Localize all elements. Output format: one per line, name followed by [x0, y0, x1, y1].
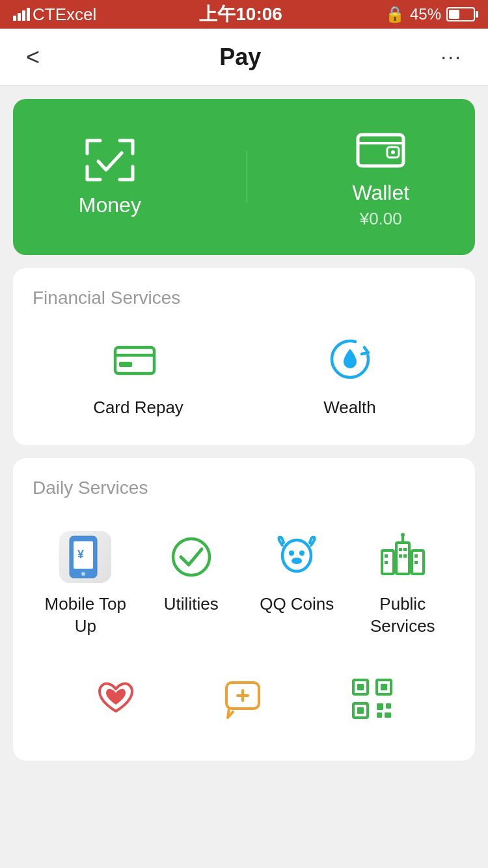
svg-point-12	[289, 550, 294, 556]
lock-icon: 🔒	[385, 5, 405, 23]
svg-rect-39	[377, 712, 382, 718]
svg-rect-40	[385, 712, 391, 718]
battery-percent: 45%	[410, 5, 441, 23]
svg-rect-18	[385, 554, 388, 558]
status-time: 上午10:06	[199, 2, 282, 27]
feedback-button[interactable]	[221, 676, 267, 722]
money-label: Money	[79, 193, 141, 217]
qq-coins-button[interactable]: QQ Coins	[244, 518, 350, 651]
bottom-row	[33, 650, 455, 735]
svg-rect-20	[399, 548, 402, 551]
svg-rect-25	[414, 561, 418, 564]
svg-rect-4	[119, 362, 132, 367]
financial-services-card: Financial Services Card Repay	[13, 268, 475, 445]
svg-point-11	[282, 540, 311, 571]
financial-services-title: Financial Services	[33, 288, 455, 308]
daily-services-grid: ¥ Mobile Top Up Utilities	[33, 518, 455, 651]
utilities-icon	[165, 531, 217, 583]
daily-services-card: Daily Services ¥ Mobile Top Up	[13, 458, 475, 761]
svg-text:¥: ¥	[77, 548, 84, 561]
card-repay-icon	[113, 334, 165, 387]
carrier-label: CTExcel	[33, 5, 96, 25]
public-services-button[interactable]: Public Services	[350, 518, 456, 651]
banner-divider	[247, 151, 247, 203]
svg-rect-23	[403, 554, 407, 558]
card-repay-button[interactable]: Card Repay	[33, 328, 244, 419]
qq-coins-label: QQ Coins	[260, 593, 334, 616]
svg-point-2	[391, 150, 395, 154]
charity-icon	[93, 676, 139, 722]
utilities-label: Utilities	[164, 593, 219, 616]
financial-services-grid: Card Repay Wealth	[33, 328, 455, 419]
svg-rect-22	[399, 554, 402, 558]
svg-rect-19	[385, 561, 388, 564]
status-bar: CTExcel 上午10:06 🔒 45%	[0, 0, 488, 29]
daily-services-title: Daily Services	[33, 478, 455, 498]
battery-icon	[446, 7, 475, 21]
back-button[interactable]: <	[20, 37, 46, 77]
svg-rect-36	[357, 707, 364, 714]
svg-rect-0	[358, 135, 403, 166]
status-right: 🔒 45%	[385, 5, 475, 23]
wallet-balance: ¥0.00	[360, 209, 402, 229]
utilities-button[interactable]: Utilities	[139, 518, 245, 651]
mobile-topup-label: Mobile Top Up	[33, 593, 139, 638]
svg-point-14	[291, 558, 302, 564]
svg-rect-21	[403, 548, 407, 551]
public-services-label: Public Services	[350, 593, 456, 638]
svg-rect-37	[377, 703, 383, 710]
payment-banner: Money Wallet ¥0.00	[13, 99, 475, 255]
svg-point-10	[173, 539, 210, 575]
mobile-topup-button[interactable]: ¥ Mobile Top Up	[33, 518, 139, 651]
qr-code-icon	[349, 676, 395, 722]
qr-code-button[interactable]	[349, 676, 395, 722]
header: < Pay ···	[0, 29, 488, 86]
money-button[interactable]: Money	[79, 137, 141, 217]
svg-rect-38	[386, 703, 391, 709]
mobile-topup-icon: ¥	[59, 531, 111, 583]
charity-button[interactable]	[93, 676, 139, 722]
wallet-icon	[355, 125, 407, 170]
svg-rect-32	[357, 684, 364, 690]
wallet-button[interactable]: Wallet ¥0.00	[352, 125, 409, 229]
signal-icon	[13, 8, 30, 21]
svg-rect-16	[396, 543, 409, 574]
svg-rect-24	[414, 554, 418, 558]
status-left: CTExcel	[13, 5, 96, 25]
feedback-icon	[221, 676, 267, 722]
svg-rect-34	[381, 684, 387, 690]
wealth-button[interactable]: Wealth	[244, 328, 455, 419]
card-repay-label: Card Repay	[93, 397, 183, 419]
svg-rect-3	[115, 347, 154, 373]
money-icon	[84, 137, 136, 183]
wealth-icon	[324, 334, 376, 387]
svg-point-13	[299, 550, 305, 556]
svg-point-8	[81, 572, 85, 576]
wealth-label: Wealth	[323, 397, 375, 419]
page-title: Pay	[219, 44, 261, 71]
public-services-icon	[377, 531, 429, 583]
qq-coins-icon	[271, 531, 323, 583]
wallet-label: Wallet	[352, 181, 409, 205]
more-button[interactable]: ···	[434, 38, 468, 75]
svg-point-27	[401, 533, 405, 537]
